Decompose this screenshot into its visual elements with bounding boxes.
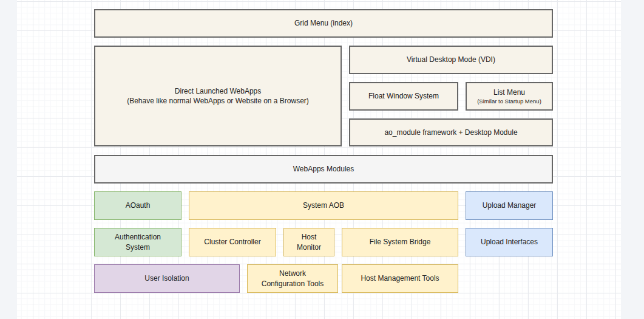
user-isolation-box[interactable]: User Isolation	[94, 264, 240, 293]
network-configuration-tools-label: Network Configuration Tools	[262, 269, 324, 288]
authentication-system-box[interactable]: Authentication System	[94, 228, 181, 256]
grid-menu-label: Grid Menu (index)	[294, 18, 353, 28]
host-management-tools-box[interactable]: Host Management Tools	[342, 264, 458, 293]
upload-manager-box[interactable]: Upload Manager	[466, 191, 553, 220]
host-monitor-box[interactable]: Host Monitor	[283, 228, 334, 256]
diagram-page: Grid Menu (index) Direct Launched WebApp…	[0, 0, 644, 319]
file-system-bridge-box[interactable]: File System Bridge	[342, 228, 458, 256]
ao-module-framework-label: ao_module framework + Desktop Module	[384, 128, 517, 137]
network-configuration-tools-box[interactable]: Network Configuration Tools	[247, 264, 338, 293]
webapps-modules-label: WebApps Modules	[293, 164, 354, 174]
virtual-desktop-mode-box[interactable]: Virtual Desktop Mode (VDI)	[349, 46, 553, 74]
aoauth-box[interactable]: AOauth	[94, 191, 181, 220]
diagram-grid-canvas[interactable]: Grid Menu (index) Direct Launched WebApp…	[17, 0, 621, 319]
system-aob-label: System AOB	[303, 201, 344, 210]
cluster-controller-label: Cluster Controller	[204, 237, 260, 247]
aoauth-label: AOauth	[126, 201, 151, 210]
system-aob-box[interactable]: System AOB	[189, 191, 458, 220]
list-menu-box[interactable]: List Menu (Similar to Startup Menu)	[466, 82, 553, 111]
upload-manager-label: Upload Manager	[483, 201, 537, 210]
cluster-controller-box[interactable]: Cluster Controller	[189, 228, 276, 256]
list-menu-label: List Menu	[493, 87, 525, 97]
upload-interfaces-box[interactable]: Upload Interfaces	[466, 228, 553, 256]
host-management-tools-label: Host Management Tools	[361, 273, 439, 283]
authentication-system-label: Authentication System	[115, 232, 161, 252]
host-monitor-label: Host Monitor	[297, 232, 321, 252]
direct-launched-webapps-box[interactable]: Direct Launched WebApps (Behave like nor…	[94, 46, 342, 146]
upload-interfaces-label: Upload Interfaces	[481, 237, 538, 247]
float-window-system-box[interactable]: Float Window System	[349, 82, 458, 111]
webapps-modules-box[interactable]: WebApps Modules	[94, 155, 553, 184]
float-window-system-label: Float Window System	[368, 91, 439, 101]
list-menu-sublabel: (Similar to Startup Menu)	[477, 98, 541, 106]
ao-module-framework-box[interactable]: ao_module framework + Desktop Module	[349, 118, 553, 146]
user-isolation-label: User Isolation	[144, 273, 189, 283]
grid-menu-box[interactable]: Grid Menu (index)	[94, 9, 553, 38]
direct-launched-webapps-label: Direct Launched WebApps (Behave like nor…	[127, 86, 309, 106]
file-system-bridge-label: File System Bridge	[370, 237, 431, 247]
virtual-desktop-mode-label: Virtual Desktop Mode (VDI)	[407, 55, 495, 64]
